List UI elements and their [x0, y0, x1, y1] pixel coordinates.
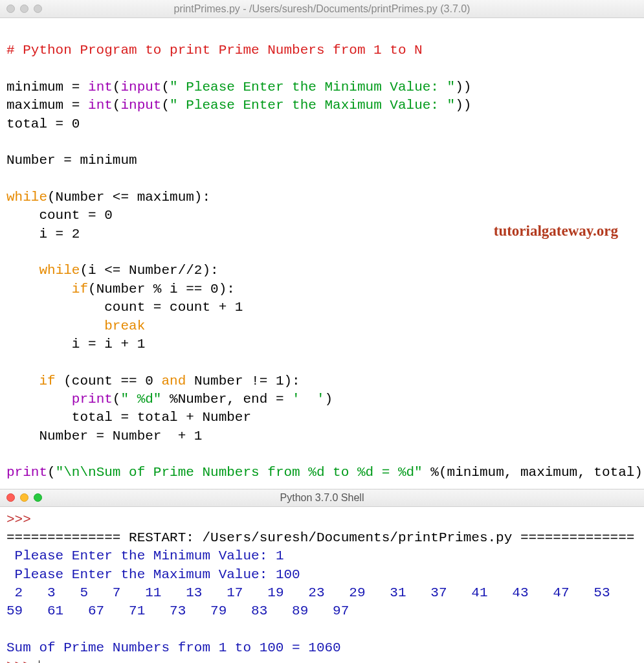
code-token: if	[39, 374, 55, 388]
code-line: Number = Number + 1	[6, 429, 202, 444]
shell-restart: RESTART: /Users/suresh/Documents/printPr…	[129, 530, 512, 545]
close-icon[interactable]	[6, 493, 15, 502]
code-line: count = count + 1	[6, 300, 243, 315]
code-line: # Python Program to print Prime Numbers …	[6, 43, 423, 58]
editor-title: printPrimes.py - /Users/suresh/Documents…	[6, 3, 638, 15]
code-token: ))	[455, 98, 471, 113]
shell-output: Sum of Prime Numbers from 1 to 100 = 106…	[6, 640, 341, 655]
code-token: "\n\nSum of Prime Numbers from %d to %d …	[56, 465, 423, 480]
code-token: (count == 0	[56, 374, 162, 388]
watermark-text: tutorialgateway.org	[494, 221, 618, 241]
shell-text: ==============	[6, 530, 129, 545]
code-line: total = 0	[6, 117, 80, 131]
minimize-icon[interactable]	[20, 493, 28, 502]
code-token: (	[47, 465, 56, 480]
code-token: break	[104, 319, 145, 333]
code-token: (	[113, 80, 121, 95]
code-token: " Please Enter the Minimum Value: "	[170, 80, 455, 95]
python-shell[interactable]: >>> ============== RESTART: /Users/sures…	[0, 507, 644, 663]
shell-prompt: >>>	[6, 658, 39, 663]
code-token: int	[88, 98, 113, 113]
code-line: count = 0	[6, 208, 113, 223]
editor-titlebar: printPrimes.py - /Users/suresh/Documents…	[0, 0, 644, 18]
shell-prompt: >>>	[6, 512, 39, 527]
code-token: (Number <= maximum):	[47, 190, 210, 205]
code-token: %(minimum, maximum, total))	[423, 465, 644, 480]
code-token: and	[161, 374, 186, 388]
editor-traffic-lights	[6, 5, 42, 13]
code-token: ' '	[292, 392, 324, 407]
shell-title: Python 3.7.0 Shell	[6, 492, 638, 504]
code-token: input	[120, 80, 161, 95]
shell-traffic-lights	[6, 493, 42, 502]
code-token	[6, 392, 72, 407]
maximize-icon[interactable]	[34, 5, 42, 13]
code-token: maximum =	[6, 98, 88, 113]
code-token: (Number % i == 0):	[88, 282, 235, 297]
editor-window: printPrimes.py - /Users/suresh/Documents…	[0, 0, 644, 663]
shell-output: Please Enter the Minimum Value: 1	[6, 548, 283, 563]
code-editor[interactable]: # Python Program to print Prime Numbers …	[0, 18, 644, 489]
code-token: %Number, end =	[161, 392, 292, 407]
code-token: while	[6, 190, 47, 205]
code-token: (	[113, 392, 121, 407]
code-token: " Please Enter the Maximum Value: "	[170, 98, 455, 113]
code-token: )	[325, 392, 333, 407]
code-token	[6, 263, 39, 278]
code-token: int	[88, 80, 113, 95]
code-token: print	[6, 465, 47, 480]
code-token: if	[72, 282, 88, 297]
shell-output: Please Enter the Maximum Value: 100	[6, 567, 300, 582]
maximize-icon[interactable]	[34, 493, 42, 502]
code-token: minimum =	[6, 80, 88, 95]
shell-titlebar: Python 3.7.0 Shell	[0, 489, 644, 507]
code-line: i = i + 1	[6, 337, 145, 352]
code-token	[6, 319, 104, 333]
code-token: print	[72, 392, 113, 407]
code-line: Number = minimum	[6, 153, 137, 168]
code-token: while	[39, 263, 80, 278]
code-token: (	[161, 80, 170, 95]
minimize-icon[interactable]	[20, 5, 28, 13]
code-token: Number != 1):	[186, 374, 300, 388]
code-token: (i <= Number//2):	[80, 263, 218, 278]
close-icon[interactable]	[6, 5, 15, 13]
code-token	[6, 282, 72, 297]
shell-text: ==============	[512, 530, 634, 545]
cursor-icon	[39, 660, 39, 663]
code-line: i = 2	[6, 227, 80, 242]
code-token: (	[161, 98, 170, 113]
shell-output: 2 3 5 7 11 13 17 19 23 29 31 37 41 43 47…	[6, 585, 634, 618]
code-token	[6, 374, 39, 388]
code-line: total = total + Number	[6, 410, 251, 425]
code-token: ))	[455, 80, 471, 95]
code-token: input	[120, 98, 161, 113]
code-token: " %d"	[120, 392, 161, 407]
code-token: (	[113, 98, 121, 113]
